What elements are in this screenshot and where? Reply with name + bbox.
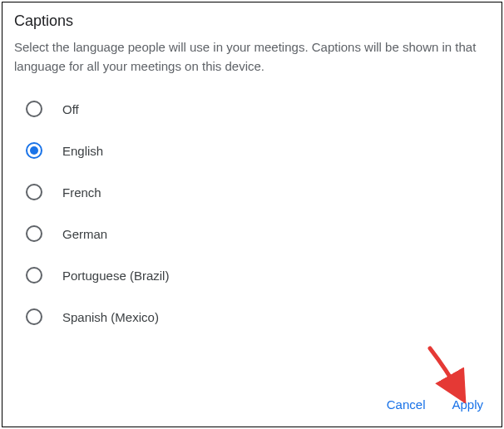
dialog-actions: Cancel Apply: [385, 394, 485, 415]
radio-option-german[interactable]: German: [26, 225, 490, 242]
language-radio-group: Off English French German Portuguese (Br…: [14, 101, 490, 325]
dialog-description: Select the language people will use in y…: [14, 38, 490, 76]
radio-icon: [26, 308, 42, 325]
radio-label: Spanish (Mexico): [62, 310, 159, 324]
radio-label: German: [62, 227, 107, 241]
radio-icon: [26, 142, 42, 159]
radio-option-off[interactable]: Off: [26, 101, 490, 117]
radio-option-english[interactable]: English: [26, 142, 490, 159]
radio-icon: [26, 184, 42, 200]
dialog-title: Captions: [14, 12, 490, 30]
radio-option-spanish-mexico[interactable]: Spanish (Mexico): [26, 308, 490, 325]
cancel-button[interactable]: Cancel: [385, 394, 427, 415]
radio-icon: [26, 267, 42, 284]
radio-option-portuguese-brazil[interactable]: Portuguese (Brazil): [26, 267, 490, 284]
radio-label: French: [62, 185, 101, 200]
radio-icon: [26, 101, 42, 117]
radio-icon: [26, 225, 42, 242]
radio-option-french[interactable]: French: [26, 184, 490, 200]
radio-label: Portuguese (Brazil): [62, 269, 169, 283]
captions-dialog: Captions Select the language people will…: [2, 2, 502, 427]
radio-label: Off: [62, 102, 79, 116]
radio-label: English: [62, 144, 103, 158]
apply-button[interactable]: Apply: [450, 394, 485, 415]
